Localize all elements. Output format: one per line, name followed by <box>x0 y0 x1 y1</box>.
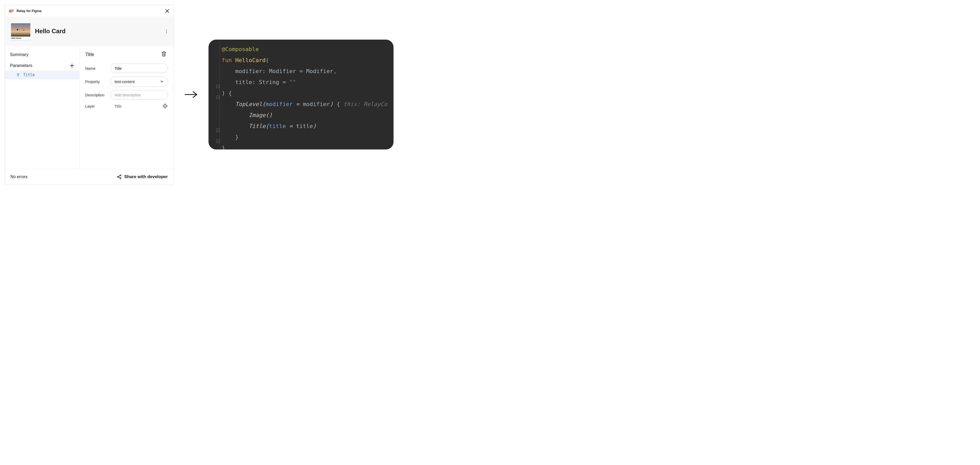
share-label: Share with developer <box>124 174 168 179</box>
parameters-heading: Parameters <box>10 63 32 68</box>
relay-plugin-panel: Relay for Figma Hello World Hello Card S… <box>5 5 174 184</box>
thumbnail-caption: Hello World <box>11 37 30 39</box>
locate-layer-icon[interactable] <box>162 103 168 109</box>
text-type-icon: T <box>16 73 20 77</box>
component-thumbnail: Hello World <box>10 22 32 40</box>
summary-heading[interactable]: Summary <box>5 51 80 61</box>
description-input[interactable] <box>110 90 168 100</box>
footer: No errors Share with developer <box>5 169 173 184</box>
relay-logo-icon <box>9 9 14 13</box>
name-input[interactable] <box>110 63 168 73</box>
code-gutter <box>208 40 220 149</box>
layer-value: Title <box>110 104 162 108</box>
svg-line-15 <box>118 176 120 177</box>
close-icon[interactable] <box>165 9 169 13</box>
fold-marker-icon[interactable] <box>216 96 220 99</box>
svg-line-16 <box>118 177 120 178</box>
share-with-developer-button[interactable]: Share with developer <box>117 174 168 179</box>
plugin-title: Relay for Figma <box>17 9 41 13</box>
svg-point-14 <box>120 177 121 179</box>
fold-marker-icon[interactable] <box>216 139 220 143</box>
status-text: No errors <box>11 174 27 179</box>
property-select[interactable]: text-content <box>110 77 168 86</box>
layer-label: Layer <box>85 104 110 108</box>
parameter-item-title[interactable]: T Title <box>5 70 80 79</box>
share-icon <box>117 174 122 179</box>
svg-point-12 <box>117 176 118 177</box>
component-header: Hello World Hello Card <box>5 17 173 45</box>
component-title: Hello Card <box>35 27 65 35</box>
add-parameter-button[interactable] <box>68 62 75 69</box>
code-block: @Composable fun HelloCard( modifier: Mod… <box>222 44 393 149</box>
fold-marker-icon[interactable] <box>216 85 220 88</box>
detail-title: Title <box>85 52 94 57</box>
parameter-item-label: Title <box>23 73 35 77</box>
property-label: Property <box>85 80 110 84</box>
description-label: Description <box>85 93 110 97</box>
code-preview: @Composable fun HelloCard( modifier: Mod… <box>208 40 393 149</box>
titlebar: Relay for Figma <box>5 5 173 17</box>
svg-point-11 <box>165 106 165 106</box>
more-menu-icon[interactable] <box>165 28 169 35</box>
svg-point-13 <box>120 175 121 176</box>
arrow-right-icon <box>184 91 198 98</box>
sidebar: Summary Parameters T Title <box>5 45 80 169</box>
delete-icon[interactable] <box>161 51 168 58</box>
property-value: text-content <box>115 80 135 84</box>
name-label: Name <box>85 66 110 70</box>
fold-marker-icon[interactable] <box>216 128 220 132</box>
chevron-down-icon <box>160 80 164 83</box>
detail-pane: Title Name Pro <box>80 45 173 169</box>
